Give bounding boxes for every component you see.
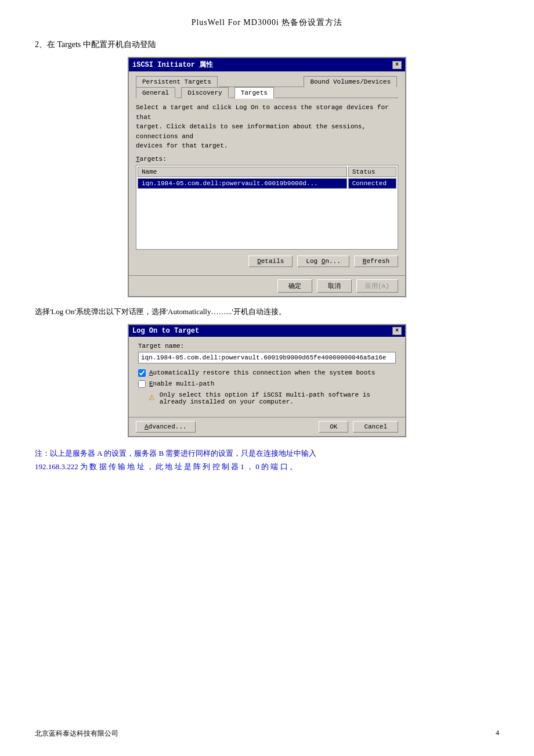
log-on-button[interactable]: Log On... [297,255,349,267]
details-button[interactable]: Details [248,255,293,267]
targets-table: Name Status iqn.1984-05.com.dell:powerva… [136,165,398,250]
logon-dialog-title: Log On to Target [132,327,199,335]
auto-restore-checkbox[interactable] [138,369,146,377]
target-name: iqn.1984-05.com.dell:powervault.60019b90… [138,178,347,189]
auto-restore-row: Automatically restore this connection wh… [138,369,396,377]
iscsi-tabs-row2: General Discovery Targets [136,87,398,98]
logon-footer-right: OK Cancel [319,421,398,433]
iscsi-tabs: Persistent Targets Bound Volumes/Devices [136,76,398,87]
logon-ok-button[interactable]: OK [319,421,348,433]
warning-text: Only select this option if iSCSI multi-p… [160,391,396,405]
advanced-button[interactable]: Advanced... [136,421,196,433]
col-name: Name [138,167,347,177]
iscsi-dialog-body: Persistent Targets Bound Volumes/Devices… [129,71,405,275]
auto-restore-label: Automatically restore this connection wh… [149,369,375,376]
iscsi-dialog-footer: 确定 取消 应用(A) [129,275,405,296]
instruction-text: 选择'Log On'系统弹出以下对话匣，选择'Automatically……..… [35,307,499,317]
ok-button[interactable]: 确定 [277,279,312,293]
iscsi-initiator-dialog: iSCSI Initiator 属性 × Persistent Targets … [128,57,406,297]
iscsi-dialog-titlebar: iSCSI Initiator 属性 × [129,58,405,71]
tab-persistent-targets[interactable]: Persistent Targets [136,76,218,87]
logon-dialog-body: Target name: Automatically restore this … [129,337,405,417]
tab-targets[interactable]: Targets [234,87,274,99]
warning-icon: ⚠ [149,390,155,403]
apply-button: 应用(A) [356,279,398,293]
logon-dialog-footer: Advanced... OK Cancel [129,417,405,436]
iscsi-dialog-title: iSCSI Initiator 属性 [132,60,213,70]
note-text: 注：以上是服务器 A 的设置，服务器 B 需要进行同样的设置，只是在连接地址中输… [35,447,499,474]
warning-row: ⚠ Only select this option if iSCSI multi… [149,391,396,405]
table-row[interactable]: iqn.1984-05.com.dell:powervault.60019b90… [138,178,396,189]
iscsi-description: Select a target and click Log On to acce… [136,103,398,151]
target-name-label: Target name: [138,343,396,350]
iscsi-action-buttons: Details Log On... Refresh [136,255,398,267]
targets-label: Targets: [136,156,398,163]
page-title: PlusWell For MD3000i 热备份设置方法 [35,17,499,28]
multi-path-checkbox[interactable] [138,380,146,388]
table-spacer [138,190,396,248]
page-footer: 北京蓝科泰达科技有限公司 4 [35,729,499,739]
multi-path-label: Enable multi-path [149,380,214,387]
footer-page-number: 4 [496,729,499,739]
logon-dialog-close[interactable]: × [392,327,402,335]
multi-path-row: Enable multi-path [138,380,396,388]
logon-dialog-titlebar: Log On to Target × [129,325,405,337]
iscsi-dialog-close[interactable]: × [392,61,402,69]
col-status: Status [348,167,396,177]
refresh-button[interactable]: Refresh [354,255,398,267]
tab-general[interactable]: General [136,87,175,98]
cancel-button[interactable]: 取消 [317,279,352,293]
target-status: Connected [348,178,396,189]
section-header: 2、在 Targets 中配置开机自动登陆 [35,39,499,50]
tab-bound-volumes[interactable]: Bound Volumes/Devices [304,76,397,87]
tab-discovery[interactable]: Discovery [181,87,228,98]
target-name-input[interactable] [138,352,396,363]
logon-dialog: Log On to Target × Target name: Automati… [128,324,406,437]
logon-cancel-button[interactable]: Cancel [353,421,398,433]
footer-company: 北京蓝科泰达科技有限公司 [35,729,118,739]
